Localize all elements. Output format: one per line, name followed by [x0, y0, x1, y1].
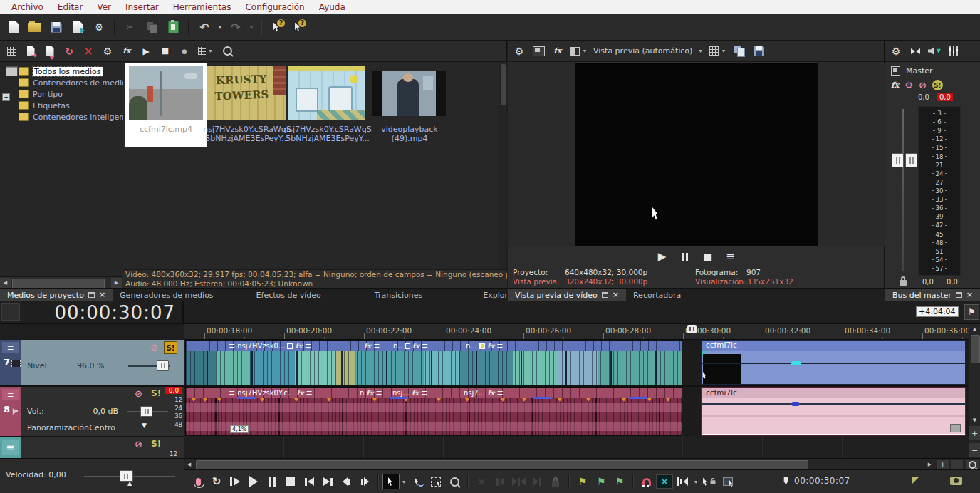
tree-item[interactable]: Contenedores inteligente — [0, 111, 122, 123]
clip-menu-icon[interactable]: ≡ — [229, 341, 235, 351]
auto-ripple-icon[interactable] — [674, 474, 691, 489]
menu-item[interactable]: Herramientas — [166, 1, 239, 13]
volume-envelope-line[interactable] — [702, 403, 965, 405]
media-tile-selected[interactable]: ccfmi7lc.mp4 — [125, 63, 207, 147]
preview-quality-select[interactable]: Vista previa (automático) ▾ — [593, 46, 704, 56]
media-play-icon[interactable]: ▶ — [139, 42, 153, 61]
go-to-end-icon[interactable] — [319, 474, 336, 489]
timeline-h-scrollbar[interactable]: ◀ ▶ + − — [184, 458, 980, 469]
clip-menu-icon[interactable]: ≡ — [229, 388, 235, 398]
tree-item[interactable]: Todos los medios — [0, 66, 122, 77]
master-fx-icon[interactable]: fx — [891, 81, 899, 90]
play-from-start-icon[interactable] — [226, 474, 244, 489]
tab-efectos-de-video[interactable]: Efectos de vídeo — [249, 289, 328, 301]
undock-icon[interactable] — [88, 292, 95, 298]
scroll-right-icon[interactable]: ▶ — [924, 460, 935, 469]
scrollbar-thumb[interactable] — [12, 279, 105, 289]
clip-menu-icon[interactable]: ≡ — [306, 388, 312, 398]
undock-icon[interactable] — [602, 292, 608, 298]
auto-crossfade-icon[interactable]: × — [657, 475, 672, 488]
zoom-edit-tool-icon[interactable] — [446, 474, 463, 489]
clip-fx-icon[interactable]: fx — [296, 389, 303, 397]
preview-grid-overlay-icon[interactable]: ▾ — [709, 42, 727, 61]
track9-menu-icon[interactable]: ≡ — [2, 440, 19, 455]
tree-h-scrollbar[interactable]: ◀ ▶ — [0, 276, 123, 288]
envelope-tool-icon[interactable] — [409, 474, 426, 489]
zoom-tool-corner-icon[interactable] — [966, 460, 979, 469]
media-v-scrollbar[interactable] — [499, 62, 507, 269]
timeline-v-scrollbar[interactable]: ▲ ▼ + − — [969, 324, 980, 458]
go-to-start-icon[interactable] — [301, 474, 318, 489]
external-control-icon[interactable] — [950, 477, 962, 487]
scrollbar-thumb[interactable] — [501, 64, 506, 105]
envelope-point[interactable] — [791, 361, 801, 365]
preview-pause-icon[interactable] — [677, 249, 694, 264]
remove-media-icon[interactable]: × — [81, 42, 95, 61]
marker-tool-icon[interactable]: ⚑ — [964, 304, 979, 320]
audio-clip-chip[interactable]: nsj... fx ≡ — [392, 388, 427, 398]
zoom-out-time-icon[interactable]: − — [951, 460, 963, 469]
insert-region-end-icon[interactable]: ⚑ — [611, 474, 628, 489]
video-clip-chip[interactable]: n.. fx ≡ — [393, 341, 428, 351]
copy-snapshot-icon[interactable] — [732, 42, 746, 61]
track8-vol-handle[interactable] — [140, 406, 152, 417]
media-tile[interactable]: KRUSTY TOWERS nsj7HVzsk0Y.cSRaWqS 5bNHzj… — [207, 63, 288, 177]
scroll-down-icon[interactable]: ▼ — [969, 415, 980, 425]
loop-playback-icon[interactable]: ↻ — [208, 474, 225, 489]
track8-header[interactable]: ≡ 8 ⊘ S! 0,0 12243648 Vol.: 0,0 dB Panor… — [0, 387, 184, 437]
track8-pan-handle[interactable]: ▼ — [142, 422, 147, 429]
project-properties-icon[interactable]: ⚙ — [90, 18, 108, 36]
import-media-icon[interactable]: ➜ — [24, 42, 38, 61]
clip-menu-icon[interactable]: ≡ — [496, 341, 503, 351]
zoom-in-track-icon[interactable]: + — [969, 426, 980, 440]
get-media-from-web-icon[interactable]: ↻ — [62, 42, 76, 61]
menu-item[interactable]: Archivo — [4, 1, 51, 13]
views-icon[interactable]: ▾ — [197, 42, 215, 61]
clip-fx-icon[interactable]: fx — [366, 389, 373, 397]
insert-marker-icon[interactable]: ⚑ — [574, 474, 591, 489]
paste-icon[interactable] — [164, 18, 182, 36]
previous-frame-icon[interactable] — [338, 474, 355, 489]
track8-pan-slider[interactable] — [127, 430, 168, 430]
preview-properties-icon[interactable]: ⚙ — [512, 42, 526, 61]
menu-item[interactable]: Editar — [51, 1, 90, 13]
media-fx-icon[interactable]: fx — [120, 42, 134, 61]
track7-mute-icon[interactable]: ⊘ — [150, 342, 158, 353]
master-solo-icon[interactable]: S! — [932, 80, 943, 90]
menu-item[interactable]: Ayuda — [312, 1, 353, 13]
tree-item[interactable]: Etiquetas — [0, 100, 122, 111]
scroll-left-icon[interactable]: ◀ — [184, 460, 194, 469]
video-clip-chip[interactable]: ≡ nsj7HVzsk0... fx ≡ — [229, 341, 311, 351]
scroll-up-icon[interactable]: ▲ — [969, 324, 980, 333]
track7-level-handle[interactable] — [157, 360, 169, 371]
selection-tool-icon[interactable] — [427, 474, 444, 489]
video-clip-chip[interactable]: n... fx ≡ — [466, 341, 503, 351]
scroll-right-icon[interactable]: ▶ — [111, 278, 122, 288]
track7-solo-icon[interactable]: S! — [164, 341, 177, 354]
clip-menu-icon[interactable]: ≡ — [422, 341, 428, 351]
preview-stop-icon[interactable]: ■ — [699, 249, 716, 264]
media-properties-icon[interactable]: ⚙ — [100, 42, 115, 61]
auto-ripple-dropdown-icon[interactable]: ▾ — [692, 479, 699, 485]
render-as-icon[interactable] — [68, 18, 87, 36]
external-monitor-icon[interactable] — [531, 42, 546, 61]
video-clip-ccfmi7lc[interactable]: ccfmi7lc — [701, 340, 966, 385]
track8-menu-icon[interactable]: ≡ — [2, 389, 19, 400]
next-frame-icon[interactable] — [356, 474, 373, 489]
pause-icon[interactable] — [264, 474, 281, 489]
play-icon[interactable] — [245, 474, 262, 489]
auto-preview-icon[interactable]: ● — [177, 42, 192, 61]
undo-icon[interactable]: ↶ — [195, 18, 214, 36]
track9-mute-icon[interactable]: ⊘ — [135, 439, 142, 450]
save-snapshot-icon[interactable] — [751, 42, 766, 61]
audio-clip-ccfmi7lc[interactable]: ccfmi7lc — [701, 387, 966, 436]
timeline-lower-area[interactable] — [184, 436, 969, 458]
master-mute-icon[interactable]: ⊘ — [919, 80, 927, 90]
playhead-line[interactable] — [692, 325, 692, 458]
master-fader-handle[interactable] — [892, 153, 917, 167]
menu-item[interactable]: Ver — [90, 1, 118, 13]
opacity-envelope-line[interactable] — [702, 363, 965, 364]
track9-solo-icon[interactable]: S! — [151, 439, 161, 449]
track7-menu-icon[interactable]: ≡ — [2, 342, 19, 353]
playhead-cap[interactable] — [687, 325, 697, 333]
